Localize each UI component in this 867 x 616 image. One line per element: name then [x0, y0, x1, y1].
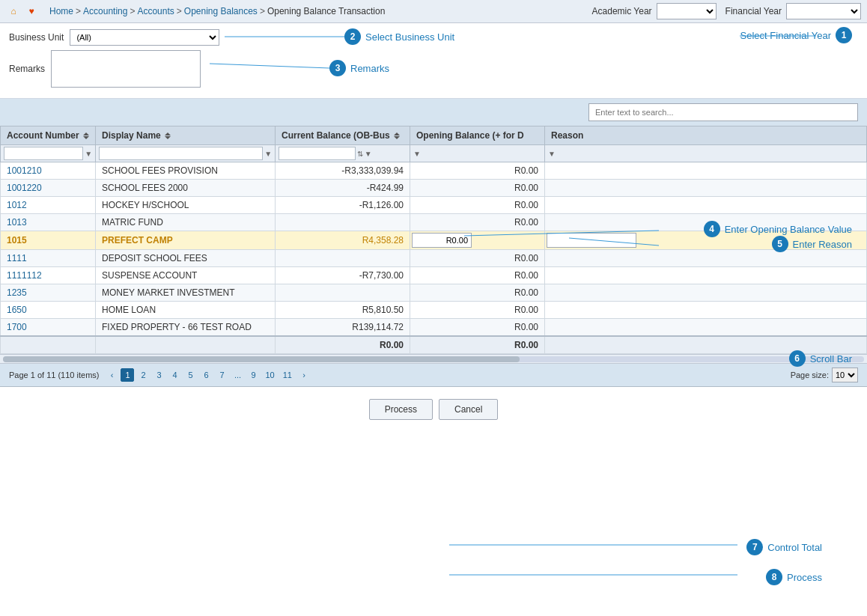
- pagination-bar: Page 1 of 11 (110 items) ‹ 1 2 3 4 5 6 7…: [0, 364, 867, 387]
- remarks-textarea[interactable]: [51, 50, 201, 88]
- favorites-icon[interactable]: ♥: [24, 4, 39, 19]
- pagination-page-2[interactable]: 2: [136, 368, 150, 382]
- cell-account-number: 1013: [1, 214, 96, 231]
- th-display-name[interactable]: Display Name: [96, 126, 276, 145]
- cell-opening-balance: R0.00: [410, 180, 545, 197]
- opening-balance-input[interactable]: [412, 233, 472, 248]
- financial-year-select[interactable]: [786, 3, 861, 19]
- filter-opening-balance-icon[interactable]: ▼: [413, 150, 421, 158]
- filter-current-balance-input[interactable]: [279, 147, 356, 160]
- filter-reason-icon[interactable]: ▼: [548, 150, 556, 158]
- sort-up-icon: [394, 132, 400, 135]
- search-input[interactable]: [588, 103, 858, 121]
- financial-year-group: Financial Year: [725, 3, 861, 19]
- table-row: 1111112 SUSPENSE ACCOUNT -R7,730.00 R0.0…: [1, 267, 867, 284]
- academic-year-select[interactable]: [657, 3, 717, 19]
- sort-current-balance[interactable]: [394, 132, 400, 139]
- horizontal-scrollbar[interactable]: [0, 354, 867, 363]
- th-current-balance[interactable]: Current Balance (OB-Bus: [276, 126, 410, 145]
- pagination-ellipsis: ...: [231, 368, 244, 382]
- cancel-button[interactable]: Cancel: [439, 399, 498, 420]
- cell-current-balance: -R7,730.00: [276, 267, 410, 284]
- pagination-page-4[interactable]: 4: [168, 368, 181, 382]
- remarks-field: Remarks: [9, 50, 201, 88]
- nav-icons: ⌂ ♥: [6, 4, 39, 19]
- pagination-next[interactable]: ›: [297, 368, 311, 382]
- annotation-7: 7 Control Total: [746, 539, 822, 555]
- filter-display-icon[interactable]: ▼: [264, 150, 272, 158]
- table-row: 1001220 SCHOOL FEES 2000 -R424.99 R0.00: [1, 180, 867, 197]
- table-row: 1235 MONEY MARKET INVESTMENT R0.00: [1, 284, 867, 302]
- pagination-page-7[interactable]: 7: [215, 368, 228, 382]
- cell-reason: [545, 180, 867, 197]
- breadcrumb-accounts[interactable]: Accounts: [137, 6, 174, 16]
- cell-account-number: 1012: [1, 197, 96, 214]
- cell-current-balance: -R3,333,039.94: [276, 162, 410, 180]
- table-body: 1001210 SCHOOL FEES PROVISION -R3,333,03…: [1, 162, 867, 354]
- filter-account-icon[interactable]: ▼: [85, 150, 92, 158]
- total-opening-balance: R0.00: [410, 336, 545, 354]
- pagination-page-10[interactable]: 10: [262, 368, 277, 382]
- cell-opening-balance: R0.00: [410, 284, 545, 302]
- sort-down-icon: [165, 136, 171, 139]
- sort-display-name[interactable]: [165, 132, 171, 139]
- action-bar: Process Cancel: [0, 387, 867, 432]
- cell-current-balance: R5,810.50: [276, 302, 410, 319]
- th-reason[interactable]: Reason: [545, 126, 867, 145]
- cell-opening-balance: R0.00: [410, 250, 545, 267]
- business-unit-select[interactable]: (All): [70, 29, 219, 46]
- filter-display-name: ▼: [96, 145, 276, 162]
- sort-account-number[interactable]: [83, 132, 89, 139]
- cell-display-name: MONEY MARKET INVESTMENT: [96, 284, 276, 302]
- pagination-page-11[interactable]: 11: [280, 368, 295, 382]
- pagination-page-5[interactable]: 5: [183, 368, 197, 382]
- pagination-page-1[interactable]: 1: [121, 368, 134, 382]
- cell-reason: [545, 267, 867, 284]
- cell-opening-balance: R0.00: [410, 162, 545, 180]
- breadcrumb-opening-balances[interactable]: Opening Balances: [184, 6, 258, 16]
- cell-account-number: 1235: [1, 284, 96, 302]
- page-size-select[interactable]: 10 20 50: [832, 368, 858, 382]
- th-opening-balance[interactable]: Opening Balance (+ for D: [410, 126, 545, 145]
- pagination-links: ‹ 1 2 3 4 5 6 7 ... 9 10 11 ›: [105, 368, 311, 382]
- breadcrumb-accounting[interactable]: Accounting: [83, 6, 127, 16]
- cell-display-name: SCHOOL FEES 2000: [96, 180, 276, 197]
- table-row: 1111 DEPOSIT SCHOOL FEES R0.00: [1, 250, 867, 267]
- cell-reason: [545, 162, 867, 180]
- pagination-prev[interactable]: ‹: [105, 368, 118, 382]
- page-size-group: Page size: 10 20 50: [791, 368, 858, 382]
- filter-current-balance-icon[interactable]: ▼: [365, 150, 372, 158]
- home-icon[interactable]: ⌂: [6, 4, 21, 19]
- main-container: ⌂ ♥ Home > Accounting > Accounts > Openi…: [0, 0, 867, 616]
- page-size-label: Page size:: [791, 370, 829, 379]
- filter-display-name-input[interactable]: [99, 147, 263, 160]
- cell-display-name: DEPOSIT SCHOOL FEES: [96, 250, 276, 267]
- cell-display-name: HOCKEY H/SCHOOL: [96, 197, 276, 214]
- table-row: 1013 MATRIC FUND R0.00: [1, 214, 867, 231]
- annotation-bubble-8: 8: [766, 569, 782, 585]
- pagination-page-3[interactable]: 3: [152, 368, 165, 382]
- cell-reason: [545, 197, 867, 214]
- filter-account-number-input[interactable]: [4, 147, 83, 160]
- pagination-page-6[interactable]: 6: [199, 368, 213, 382]
- business-unit-field: Business Unit (All): [9, 29, 219, 46]
- process-button[interactable]: Process: [369, 399, 433, 420]
- pagination-info: Page 1 of 11 (110 items): [9, 370, 99, 379]
- cell-current-balance: [276, 214, 410, 231]
- filter-current-balance-sort[interactable]: ⇅: [357, 150, 363, 158]
- cell-opening-balance[interactable]: [410, 231, 545, 250]
- annotation-bubble-7: 7: [746, 539, 763, 555]
- th-account-number[interactable]: Account Number: [1, 126, 96, 145]
- pagination-page-9[interactable]: 9: [246, 368, 260, 382]
- cell-reason: [545, 214, 867, 231]
- total-current-balance: R0.00: [276, 336, 410, 354]
- cell-reason: [545, 284, 867, 302]
- cell-current-balance: R4,358.28: [276, 231, 410, 250]
- reason-input[interactable]: [547, 233, 636, 248]
- sort-up-icon: [83, 132, 89, 135]
- table-row: 1700 FIXED PROPERTY - 66 TEST ROAD R139,…: [1, 319, 867, 337]
- table-row: 1012 HOCKEY H/SCHOOL -R1,126.00 R0.00: [1, 197, 867, 214]
- table-total-row: R0.00 R0.00: [1, 336, 867, 354]
- breadcrumb-home[interactable]: Home: [49, 6, 73, 16]
- cell-reason[interactable]: [545, 231, 867, 250]
